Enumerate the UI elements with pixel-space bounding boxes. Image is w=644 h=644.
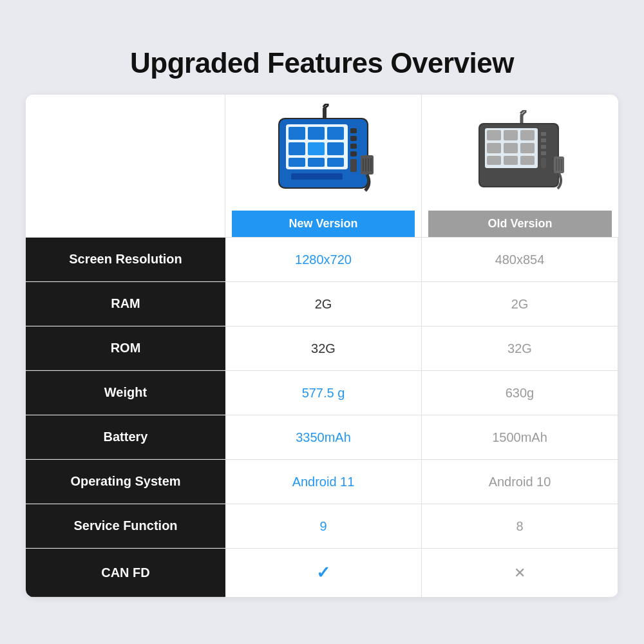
row-label-can-fd: CAN FD	[26, 549, 225, 597]
svg-rect-32	[487, 156, 501, 165]
row-value-weight-new: 577.5 g	[225, 371, 422, 415]
main-container: Upgraded Features Overview	[19, 34, 625, 610]
svg-rect-6	[289, 142, 305, 155]
table-row: Battery 3350mAh 1500mAh	[26, 415, 618, 459]
table-header: New Version	[26, 95, 618, 237]
table-row: ROM 32G 32G	[26, 326, 618, 370]
svg-rect-11	[327, 158, 344, 167]
row-value-rom-old: 32G	[422, 327, 618, 370]
row-value-service-function-new: 9	[225, 504, 422, 548]
svg-rect-13	[350, 136, 357, 141]
svg-rect-10	[308, 158, 325, 167]
svg-rect-27	[504, 130, 518, 140]
svg-rect-9	[289, 158, 305, 167]
row-label-weight: Weight	[26, 371, 225, 415]
new-device-svg	[265, 104, 381, 207]
row-label-rom: ROM	[26, 327, 225, 370]
old-version-badge: Old Version	[428, 211, 612, 237]
svg-rect-12	[350, 128, 357, 133]
row-value-battery-old: 1500mAh	[422, 415, 618, 459]
svg-rect-35	[541, 132, 546, 136]
row-value-screen-resolution-new: 1280x720	[225, 238, 422, 281]
table-row: Operating System Android 11 Android 10	[26, 459, 618, 504]
svg-rect-36	[541, 138, 546, 142]
svg-rect-26	[487, 130, 501, 140]
svg-rect-28	[520, 130, 535, 140]
new-device-image	[265, 101, 381, 211]
row-value-ram-new: 2G	[225, 282, 422, 326]
svg-rect-17	[361, 155, 374, 175]
svg-rect-16	[350, 159, 357, 172]
table-row: RAM 2G 2G	[26, 281, 618, 326]
svg-rect-3	[289, 127, 305, 140]
table-row: Weight 577.5 g 630g	[26, 370, 618, 415]
svg-rect-5	[327, 127, 344, 140]
svg-rect-39	[541, 158, 546, 168]
row-label-ram: RAM	[26, 282, 225, 326]
row-value-rom-new: 32G	[225, 327, 422, 370]
svg-rect-7	[308, 142, 325, 155]
row-value-service-function-old: 8	[422, 504, 618, 548]
row-value-battery-new: 3350mAh	[225, 415, 422, 459]
row-label-os: Operating System	[26, 460, 225, 504]
svg-rect-33	[504, 156, 518, 165]
old-device-image	[469, 101, 572, 211]
svg-rect-22	[291, 173, 343, 180]
row-value-ram-old: 2G	[422, 282, 618, 326]
comparison-table: New Version	[26, 95, 618, 597]
table-row: CAN FD ✓ ✕	[26, 548, 618, 597]
row-label-battery: Battery	[26, 415, 225, 459]
svg-rect-4	[308, 127, 325, 140]
svg-rect-14	[350, 144, 357, 149]
row-value-screen-resolution-old: 480x854	[422, 238, 618, 281]
row-value-weight-old: 630g	[422, 371, 618, 415]
table-row: Service Function 9 8	[26, 504, 618, 548]
svg-rect-37	[541, 145, 546, 149]
svg-rect-8	[327, 142, 344, 155]
row-value-can-fd-old: ✕	[422, 549, 618, 597]
row-label-screen-resolution: Screen Resolution	[26, 238, 225, 281]
svg-rect-30	[504, 143, 518, 153]
svg-rect-15	[350, 151, 357, 156]
old-version-column-header: Old Version	[422, 95, 618, 237]
header-empty-cell	[26, 95, 225, 237]
comparison-data-rows: Screen Resolution 1280x720 480x854 RAM 2…	[26, 237, 618, 597]
new-version-badge: New Version	[232, 211, 415, 237]
page-title: Upgraded Features Overview	[26, 47, 618, 79]
svg-rect-38	[541, 151, 546, 155]
svg-rect-31	[520, 143, 535, 153]
table-row: Screen Resolution 1280x720 480x854	[26, 237, 618, 281]
row-value-can-fd-new: ✓	[225, 549, 422, 597]
svg-rect-34	[520, 156, 535, 165]
row-value-os-old: Android 10	[422, 460, 618, 504]
svg-rect-29	[487, 143, 501, 153]
old-device-svg	[469, 110, 572, 207]
new-version-column-header: New Version	[225, 95, 422, 237]
row-label-service-function: Service Function	[26, 504, 225, 548]
row-value-os-new: Android 11	[225, 460, 422, 504]
